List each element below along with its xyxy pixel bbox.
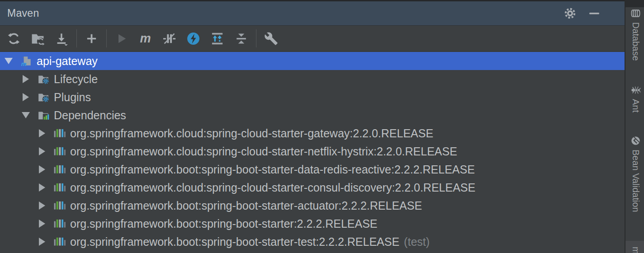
tree-row-org-springframework-cloud[interactable]: org.springframework.cloud:spring-cloud-s… xyxy=(0,124,625,142)
expand-node-toggle[interactable] xyxy=(37,220,47,228)
maven-settings-button[interactable] xyxy=(259,28,283,49)
stripe-button-label: Ant xyxy=(630,99,642,112)
toolbar-separator-3 xyxy=(256,29,256,47)
tree-row-lifecycle[interactable]: Lifecycle xyxy=(0,70,625,88)
library-icon xyxy=(53,127,66,140)
library-icon xyxy=(53,235,66,248)
stripe-partial-label: m xyxy=(630,247,642,253)
tool-window-options-button[interactable] xyxy=(564,7,577,20)
triangle-down-icon xyxy=(5,58,13,64)
expand-node-toggle[interactable] xyxy=(37,183,47,192)
expand-node-toggle[interactable] xyxy=(37,238,47,246)
minimize-icon xyxy=(588,7,600,20)
tool-window-header: Maven xyxy=(0,0,625,26)
triangle-right-icon xyxy=(39,147,45,155)
library-icon xyxy=(53,163,66,176)
tree-item-label: org.springframework.cloud:spring-cloud-s… xyxy=(70,127,433,140)
maven-goal-icon: m xyxy=(138,32,152,46)
plus-icon xyxy=(85,32,99,46)
maven-tool-window: Maven m mapi-gatewayLifecyclePluginsDepe… xyxy=(0,0,625,253)
expand-all-button[interactable] xyxy=(205,28,229,49)
stripe-top-cap xyxy=(625,0,644,7)
folder-gear-icon xyxy=(37,73,50,85)
toolbar-separator-1 xyxy=(76,29,77,47)
svg-text:m: m xyxy=(140,32,151,45)
triangle-right-icon xyxy=(23,93,29,101)
database-icon xyxy=(631,8,641,19)
library-icon xyxy=(53,145,66,158)
hide-tool-window-button[interactable] xyxy=(588,7,600,20)
tree-row-org-springframework-boot[interactable]: org.springframework.boot:spring-boot-sta… xyxy=(0,233,625,251)
tree-row-api-gateway[interactable]: mapi-gateway xyxy=(0,52,625,70)
stripe-button-ant[interactable]: Ant xyxy=(630,85,642,112)
folder-refresh-icon xyxy=(31,32,45,46)
ant-icon xyxy=(631,85,641,95)
bean-validation-icon xyxy=(631,136,641,146)
expand-node-toggle[interactable] xyxy=(21,75,31,83)
tree-row-dependencies[interactable]: Dependencies xyxy=(0,106,625,124)
folder-gear-icon xyxy=(37,91,50,103)
triangle-right-icon xyxy=(39,238,45,246)
add-maven-project-button[interactable] xyxy=(80,28,104,49)
tree-item-label: api-gateway xyxy=(37,55,98,68)
skip-tests-icon xyxy=(162,32,176,46)
tree-row-org-springframework-boot[interactable]: org.springframework.boot:spring-boot-sta… xyxy=(0,197,625,215)
execute-maven-goal-button[interactable]: m xyxy=(133,28,157,49)
stripe-button-database[interactable]: Database xyxy=(630,8,642,61)
wrench-icon xyxy=(264,32,278,46)
triangle-right-icon xyxy=(39,183,45,192)
expand-all-icon xyxy=(210,32,224,46)
tree-row-plugins[interactable]: Plugins xyxy=(0,88,625,106)
tree-row-org-springframework-boot[interactable]: org.springframework.boot:spring-boot-sta… xyxy=(0,215,625,233)
triangle-right-icon xyxy=(39,129,45,137)
gear-icon xyxy=(564,7,577,20)
maven-project-tree: mapi-gatewayLifecyclePluginsDependencies… xyxy=(0,52,625,251)
collapse-node-toggle[interactable] xyxy=(4,58,14,64)
stripe-button-label: Database xyxy=(630,22,642,61)
tool-window-title: Maven xyxy=(7,7,39,19)
triangle-right-icon xyxy=(39,165,45,173)
collapse-all-button[interactable] xyxy=(229,28,253,49)
collapse-node-toggle[interactable] xyxy=(21,112,31,118)
expand-node-toggle[interactable] xyxy=(37,165,47,173)
svg-text:m: m xyxy=(21,61,27,67)
expand-node-toggle[interactable] xyxy=(37,201,47,210)
library-icon xyxy=(53,217,66,230)
tree-item-label: org.springframework.cloud:spring-cloud-s… xyxy=(70,145,457,158)
tree-item-label: org.springframework.boot:spring-boot-sta… xyxy=(70,199,422,212)
tree-item-label: Dependencies xyxy=(54,109,126,122)
tree-row-org-springframework-cloud[interactable]: org.springframework.cloud:spring-cloud-s… xyxy=(0,178,625,197)
generate-sources-and-update-folders-button[interactable] xyxy=(26,28,50,49)
stripe-button-label: Bean Validation xyxy=(630,150,642,212)
triangle-right-icon xyxy=(39,220,45,228)
expand-node-toggle[interactable] xyxy=(37,129,47,137)
tree-item-label: org.springframework.boot:spring-boot-sta… xyxy=(70,217,377,230)
tree-item-label: org.springframework.boot:spring-boot-sta… xyxy=(70,235,399,248)
tree-row-org-springframework-boot[interactable]: org.springframework.boot:spring-boot-sta… xyxy=(0,160,625,178)
tree-item-label: Lifecycle xyxy=(54,73,98,86)
maven-project-icon: m xyxy=(20,55,33,67)
collapse-all-icon xyxy=(234,32,248,46)
library-icon xyxy=(53,199,66,212)
library-icon xyxy=(53,181,66,194)
download-sources-button[interactable] xyxy=(50,28,74,49)
tree-item-label: Plugins xyxy=(54,91,91,104)
play-icon xyxy=(114,32,128,46)
refresh-icon xyxy=(7,32,21,46)
offline-lightning-icon xyxy=(186,32,200,46)
header-actions xyxy=(564,7,625,20)
expand-node-toggle[interactable] xyxy=(21,93,31,101)
toggle-skip-tests-button[interactable] xyxy=(157,28,181,49)
stripe-partial-button[interactable]: m xyxy=(625,241,644,253)
triangle-right-icon xyxy=(39,201,45,210)
stripe-button-bean-validation[interactable]: Bean Validation xyxy=(630,136,642,212)
expand-node-toggle[interactable] xyxy=(37,147,47,155)
tree-row-org-springframework-cloud[interactable]: org.springframework.cloud:spring-cloud-s… xyxy=(0,142,625,160)
reload-all-maven-projects-button[interactable] xyxy=(2,28,26,49)
triangle-right-icon xyxy=(23,75,29,83)
run-maven-build-button[interactable] xyxy=(109,28,133,49)
toggle-offline-mode-button[interactable] xyxy=(181,28,205,49)
dependency-scope-badge: (test) xyxy=(404,235,430,248)
triangle-down-icon xyxy=(22,112,30,118)
download-icon xyxy=(55,32,69,46)
